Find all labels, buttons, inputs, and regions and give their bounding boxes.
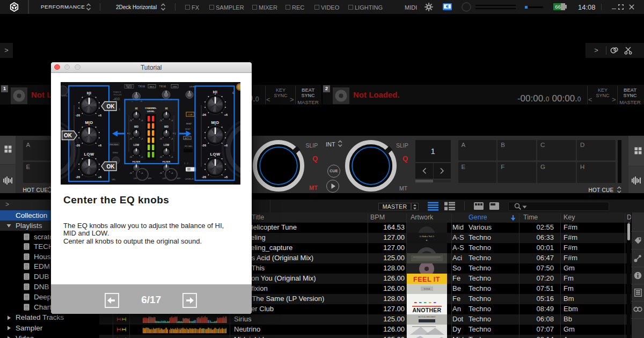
svg-text:-26: -26 [76, 114, 80, 117]
svg-text:LPF: LPF [134, 178, 137, 180]
svg-text:KING: KING [113, 151, 118, 154]
svg-text:MID: MID [164, 126, 169, 128]
svg-text:VIEW: VIEW [172, 86, 177, 88]
svg-text:+6: +6 [171, 120, 173, 122]
svg-text:-26: -26 [129, 138, 132, 140]
svg-text:LOW: LOW [164, 144, 170, 146]
svg-text:MID: MID [134, 126, 139, 128]
svg-text:+6: +6 [141, 156, 143, 158]
svg-text:▲: ▲ [426, 238, 428, 241]
svg-text:+6: +6 [224, 113, 228, 116]
svg-text:FEEL IT: FEEL IT [413, 275, 440, 283]
svg-text:-26: -26 [202, 175, 206, 179]
svg-text:PHONES: PHONES [109, 144, 119, 146]
svg-text:+9: +9 [140, 100, 142, 102]
svg-text:LPF: LPF [163, 178, 166, 180]
svg-text:+6: +6 [171, 172, 173, 174]
svg-text:HPF: HPF [177, 178, 180, 180]
svg-text:EQ: EQ [173, 132, 176, 135]
svg-text:CUE: CUE [188, 113, 193, 116]
svg-text:A-Sides Vol.5: A-Sides Vol.5 [419, 235, 434, 238]
svg-text:MOTOKI HIROSHIT: MOTOKI HIROSHIT [418, 316, 436, 318]
svg-text:BUNKA: BUNKA [424, 288, 430, 290]
svg-text:ANOTHER: ANOTHER [412, 306, 441, 313]
svg-text:OK: OK [107, 104, 115, 109]
svg-text:-26: -26 [159, 172, 162, 174]
svg-text:LOW: LOW [134, 144, 140, 146]
svg-text:+6: +6 [141, 138, 143, 140]
svg-text:BEAT: BEAT [186, 122, 192, 125]
svg-text:+6: +6 [141, 172, 143, 174]
svg-text:+6: +6 [171, 156, 173, 158]
svg-text:-26: -26 [129, 172, 132, 174]
svg-text:VEL: VEL [112, 178, 116, 181]
svg-text:-∞: -∞ [131, 100, 133, 102]
svg-text:+6: +6 [98, 144, 101, 147]
svg-text:FILTER: FILTER [163, 160, 170, 163]
svg-text:TRIM: TRIM [138, 85, 145, 88]
svg-text:BACK: BACK [150, 86, 155, 88]
svg-text:OK: OK [107, 164, 115, 170]
svg-text:BEAT: BEAT [185, 128, 191, 130]
svg-text:HI: HI [165, 107, 168, 110]
svg-text:LEVEL: LEVEL [147, 110, 155, 113]
svg-text:TRIM: TRIM [159, 85, 166, 88]
svg-text:+6: +6 [98, 114, 101, 117]
svg-text:FX SEL: FX SEL [185, 145, 193, 148]
svg-text:+6: +6 [98, 175, 101, 179]
svg-text:-26: -26 [159, 156, 162, 158]
svg-text:CHANNEL: CHANNEL [145, 107, 157, 109]
svg-text:1 . 2 .: 1 . 2 . [184, 162, 189, 165]
svg-text:+6: +6 [171, 138, 173, 140]
svg-text:+6: +6 [224, 144, 228, 147]
svg-text:-26: -26 [202, 144, 206, 147]
svg-text:HPF: HPF [148, 178, 151, 180]
svg-text:OK: OK [64, 133, 72, 138]
svg-text:-26: -26 [76, 144, 80, 147]
svg-text:RMANCE: RMANCE [113, 91, 121, 93]
svg-text:-26: -26 [129, 156, 132, 158]
svg-text:-26: -26 [129, 120, 132, 122]
svg-text:HI: HI [135, 107, 138, 110]
svg-text:-26: -26 [76, 175, 80, 179]
svg-text:+6: +6 [224, 175, 228, 179]
svg-text:CORD: CORD [61, 94, 68, 97]
svg-text:-26: -26 [202, 113, 206, 116]
svg-text:AUTO: AUTO [185, 137, 190, 139]
svg-text:TRACKS: TRACKS [126, 86, 132, 89]
svg-text:TROLLER: TROLLER [113, 94, 122, 96]
svg-text:-400: -400 [113, 97, 120, 101]
svg-text:X: X [119, 108, 120, 111]
svg-text:+6: +6 [141, 120, 143, 122]
svg-text:-26: -26 [159, 120, 162, 122]
svg-text:FILTER: FILTER [133, 160, 140, 163]
svg-text:LEVEL/D: LEVEL/D [185, 178, 194, 180]
svg-text:-26: -26 [159, 138, 162, 140]
